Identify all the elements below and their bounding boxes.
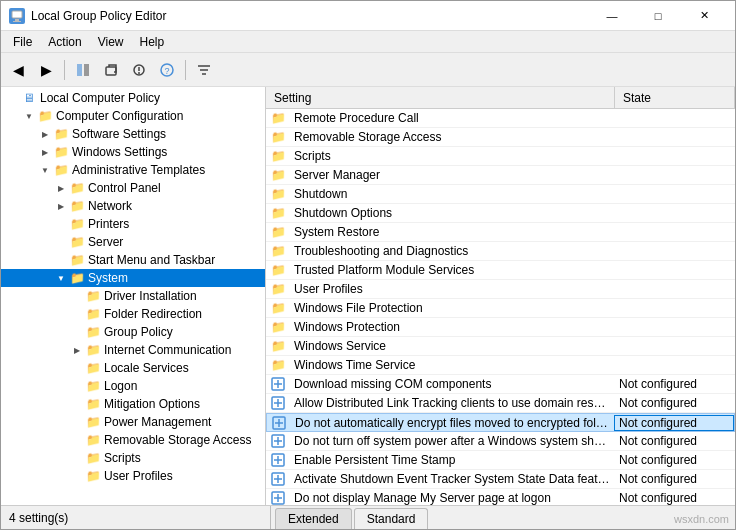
computer-icon: 🖥: [21, 90, 37, 106]
forward-button[interactable]: ▶: [33, 57, 59, 83]
tree-item-locale-services[interactable]: 📁 Locale Services: [1, 359, 265, 377]
properties-button[interactable]: [126, 57, 152, 83]
list-row[interactable]: 📁 User Profiles: [266, 280, 735, 299]
tree-label: Mitigation Options: [104, 397, 200, 411]
folder-icon: 📁: [85, 342, 101, 358]
list-row[interactable]: 📁 Remote Procedure Call: [266, 109, 735, 128]
row-setting: Enable Persistent Time Stamp: [290, 453, 615, 467]
help-button[interactable]: ?: [154, 57, 180, 83]
main-content: 🖥 Local Computer Policy ▼ 📁 Computer Con…: [1, 87, 735, 505]
list-row[interactable]: 📁 Windows Protection: [266, 318, 735, 337]
minimize-button[interactable]: —: [589, 1, 635, 31]
folder-icon: 📁: [85, 324, 101, 340]
folder-icon: 📁: [37, 108, 53, 124]
tab-extended[interactable]: Extended: [275, 508, 352, 529]
tree-label: Software Settings: [72, 127, 166, 141]
menu-file[interactable]: File: [5, 33, 40, 51]
folder-row-icon: 📁: [266, 187, 290, 201]
tree-item-removable-storage[interactable]: 📁 Removable Storage Access: [1, 431, 265, 449]
list-row[interactable]: 📁 Windows Service: [266, 337, 735, 356]
menu-action[interactable]: Action: [40, 33, 89, 51]
tab-standard[interactable]: Standard: [354, 508, 429, 529]
tree-label: Group Policy: [104, 325, 173, 339]
list-row[interactable]: Allow Distributed Link Tracking clients …: [266, 394, 735, 413]
close-button[interactable]: ✕: [681, 1, 727, 31]
tree-item-computer-configuration[interactable]: ▼ 📁 Computer Configuration: [1, 107, 265, 125]
folder-row-icon: 📁: [266, 339, 290, 353]
list-row[interactable]: 📁 System Restore: [266, 223, 735, 242]
folder-icon: 📁: [85, 360, 101, 376]
folder-row-icon: 📁: [266, 206, 290, 220]
list-row[interactable]: Activate Shutdown Event Tracker System S…: [266, 470, 735, 489]
menu-help[interactable]: Help: [132, 33, 173, 51]
menu-bar: File Action View Help: [1, 31, 735, 53]
list-row-highlighted[interactable]: Do not automatically encrypt files moved…: [266, 413, 735, 432]
maximize-button[interactable]: □: [635, 1, 681, 31]
folder-icon: 📁: [85, 306, 101, 322]
new-window-button[interactable]: [98, 57, 124, 83]
svg-rect-3: [77, 64, 82, 76]
list-row[interactable]: 📁 Trusted Platform Module Services: [266, 261, 735, 280]
tree-item-folder-redirection[interactable]: 📁 Folder Redirection: [1, 305, 265, 323]
list-row[interactable]: 📁 Shutdown: [266, 185, 735, 204]
tree-item-start-menu[interactable]: 📁 Start Menu and Taskbar: [1, 251, 265, 269]
folder-icon: 📁: [53, 162, 69, 178]
tree-label: Folder Redirection: [104, 307, 202, 321]
tree-item-user-profiles[interactable]: 📁 User Profiles: [1, 467, 265, 485]
col-setting-label: Setting: [274, 91, 311, 105]
tree-item-windows-settings[interactable]: ▶ 📁 Windows Settings: [1, 143, 265, 161]
tree-item-power-management[interactable]: 📁 Power Management: [1, 413, 265, 431]
list-row[interactable]: 📁 Server Manager: [266, 166, 735, 185]
tree-item-software-settings[interactable]: ▶ 📁 Software Settings: [1, 125, 265, 143]
tree-label: Administrative Templates: [72, 163, 205, 177]
list-row[interactable]: 📁 Windows File Protection: [266, 299, 735, 318]
folder-icon: 📁: [69, 252, 85, 268]
menu-view[interactable]: View: [90, 33, 132, 51]
list-row[interactable]: Download missing COM components Not conf…: [266, 375, 735, 394]
tree-item-logon[interactable]: 📁 Logon: [1, 377, 265, 395]
list-row[interactable]: 📁 Removable Storage Access: [266, 128, 735, 147]
row-setting: Troubleshooting and Diagnostics: [290, 244, 615, 258]
row-setting: Do not automatically encrypt files moved…: [291, 416, 614, 430]
expander: ▶: [53, 184, 69, 193]
col-header-setting[interactable]: Setting: [266, 87, 615, 108]
tree-item-mitigation-options[interactable]: 📁 Mitigation Options: [1, 395, 265, 413]
list-row[interactable]: Do not turn off system power after a Win…: [266, 432, 735, 451]
tree-item-scripts[interactable]: 📁 Scripts: [1, 449, 265, 467]
list-row[interactable]: 📁 Windows Time Service: [266, 356, 735, 375]
tree-item-local-computer-policy[interactable]: 🖥 Local Computer Policy: [1, 89, 265, 107]
row-state: Not configured: [615, 472, 735, 486]
folder-icon: 📁: [53, 126, 69, 142]
tree-item-internet-communication[interactable]: ▶ 📁 Internet Communication: [1, 341, 265, 359]
row-state: Not configured: [615, 434, 735, 448]
tree-item-printers[interactable]: 📁 Printers: [1, 215, 265, 233]
svg-rect-5: [106, 67, 116, 75]
tree-item-group-policy[interactable]: 📁 Group Policy: [1, 323, 265, 341]
list-row[interactable]: Do not display Manage My Server page at …: [266, 489, 735, 505]
show-hide-button[interactable]: [70, 57, 96, 83]
folder-row-icon: 📁: [266, 301, 290, 315]
folder-icon: 📁: [85, 288, 101, 304]
tree-item-network[interactable]: ▶ 📁 Network: [1, 197, 265, 215]
window-title: Local Group Policy Editor: [31, 9, 166, 23]
tree-item-system[interactable]: ▼ 📁 System: [1, 269, 265, 287]
list-row[interactable]: 📁 Shutdown Options: [266, 204, 735, 223]
folder-row-icon: 📁: [266, 149, 290, 163]
tree-item-administrative-templates[interactable]: ▼ 📁 Administrative Templates: [1, 161, 265, 179]
list-row[interactable]: 📁 Troubleshooting and Diagnostics: [266, 242, 735, 261]
list-row[interactable]: Enable Persistent Time Stamp Not configu…: [266, 451, 735, 470]
back-button[interactable]: ◀: [5, 57, 31, 83]
filter-button[interactable]: [191, 57, 217, 83]
list-row[interactable]: 📁 Scripts: [266, 147, 735, 166]
col-header-state[interactable]: State: [615, 87, 735, 108]
tree-label: Internet Communication: [104, 343, 231, 357]
row-setting: Trusted Platform Module Services: [290, 263, 615, 277]
tree-item-control-panel[interactable]: ▶ 📁 Control Panel: [1, 179, 265, 197]
tree-label: Local Computer Policy: [40, 91, 160, 105]
tree-item-driver-installation[interactable]: 📁 Driver Installation: [1, 287, 265, 305]
svg-point-8: [138, 72, 140, 74]
row-setting: Shutdown Options: [290, 206, 615, 220]
tree-item-server[interactable]: 📁 Server: [1, 233, 265, 251]
row-setting: Windows File Protection: [290, 301, 615, 315]
row-setting: Do not turn off system power after a Win…: [290, 434, 615, 448]
